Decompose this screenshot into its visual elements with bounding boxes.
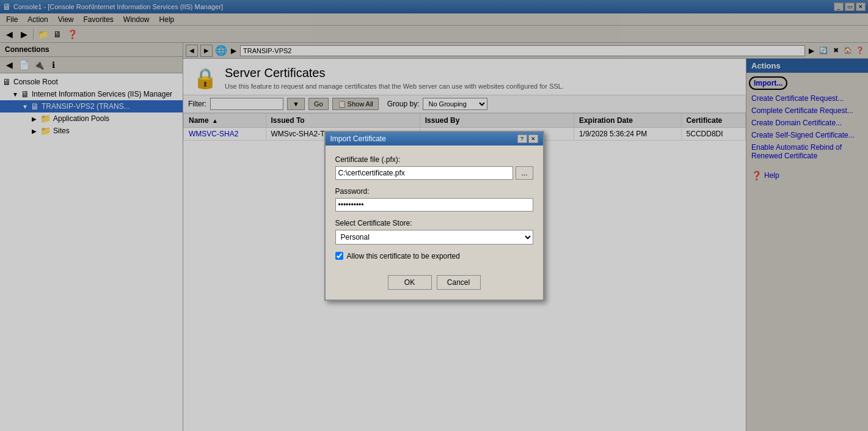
allow-export-checkbox[interactable] [335,252,343,260]
password-input[interactable] [335,198,533,212]
modal-help-button[interactable]: ? [517,134,527,143]
cancel-button[interactable]: Cancel [437,275,481,290]
cert-store-field: Select Certificate Store: Personal Web H… [335,219,533,245]
browse-button[interactable]: ... [516,166,533,180]
modal-close-button[interactable]: ✕ [528,134,538,143]
modal-title-bar: Import Certificate ? ✕ [326,132,543,146]
allow-export-label: Allow this certificate to be exported [347,252,460,260]
modal-overlay: Import Certificate ? ✕ Certificate file … [0,0,868,431]
password-field: Password: [335,187,533,212]
password-label: Password: [335,187,533,196]
cert-file-input[interactable] [335,166,514,180]
modal-title-controls: ? ✕ [517,134,538,143]
import-certificate-dialog: Import Certificate ? ✕ Certificate file … [324,131,544,301]
cert-file-label: Certificate file (.pfx): [335,155,533,164]
cert-file-input-row: ... [335,166,533,180]
allow-export-row: Allow this certificate to be exported [335,252,533,260]
cert-store-label: Select Certificate Store: [335,219,533,227]
modal-title-text: Import Certificate [330,134,386,143]
ok-button[interactable]: OK [388,275,432,290]
modal-body: Certificate file (.pfx): ... Password: S… [326,146,543,270]
modal-footer: OK Cancel [326,270,543,300]
cert-store-select[interactable]: Personal Web Hosting [335,230,533,245]
cert-file-field: Certificate file (.pfx): ... [335,155,533,180]
